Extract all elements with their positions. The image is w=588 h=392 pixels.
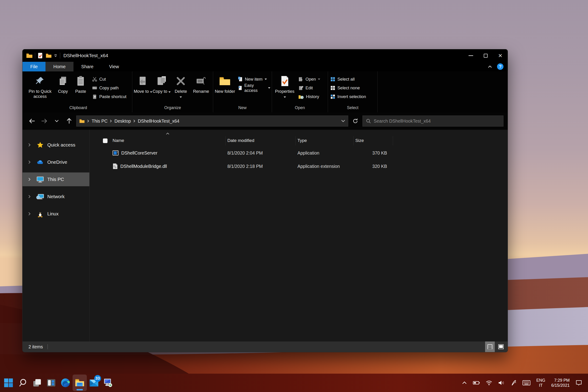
- qat-customize-chevron-icon[interactable]: [54, 54, 58, 57]
- remote-desktop-button[interactable]: [101, 374, 115, 391]
- paste-button[interactable]: Paste: [72, 73, 90, 104]
- edit-button[interactable]: Edit: [298, 84, 326, 92]
- expand-chevron-icon[interactable]: [22, 177, 36, 182]
- wifi-icon[interactable]: [486, 380, 492, 385]
- edge-browser-button[interactable]: [58, 374, 72, 391]
- ribbon-group-select: Select all Select none Invert selection …: [328, 72, 378, 112]
- qat-folder-icon[interactable]: [46, 53, 52, 58]
- recent-locations-chevron-icon[interactable]: [52, 116, 62, 126]
- select-all-checkbox[interactable]: [103, 138, 108, 143]
- tab-view[interactable]: View: [101, 62, 127, 72]
- details-view-button[interactable]: [485, 342, 495, 352]
- ribbon-group-organize: Move to Copy to Delete: [132, 72, 213, 112]
- touch-keyboard-icon[interactable]: [522, 380, 530, 386]
- history-button[interactable]: History: [298, 93, 326, 100]
- breadcrumb-desktop[interactable]: Desktop: [114, 118, 131, 124]
- new-item-button[interactable]: New item: [238, 76, 270, 83]
- column-headers: Name Date modified Type Size: [98, 132, 508, 145]
- select-all-button[interactable]: Select all: [330, 76, 376, 83]
- breadcrumb-current-folder[interactable]: DShellHookTest_x64: [138, 118, 180, 124]
- task-view-button[interactable]: [30, 374, 44, 391]
- star-icon: [36, 142, 44, 148]
- ribbon-group-clipboard: Pin to Quick access Copy Paste: [24, 72, 132, 112]
- sidebar-item-linux[interactable]: Linux: [22, 207, 89, 221]
- mail-button[interactable]: 33: [87, 374, 101, 391]
- file-explorer-icon: [75, 378, 84, 387]
- tab-share[interactable]: Share: [74, 62, 101, 72]
- up-button[interactable]: [64, 116, 74, 126]
- qat-properties-icon[interactable]: [38, 52, 43, 58]
- battery-icon[interactable]: [473, 381, 480, 385]
- maximize-button[interactable]: [478, 49, 493, 62]
- group-label-select: Select: [329, 104, 376, 112]
- volume-icon[interactable]: [498, 380, 504, 385]
- properties-button[interactable]: Properties: [273, 73, 296, 104]
- rename-button[interactable]: Rename: [191, 73, 212, 104]
- select-none-icon: [330, 86, 335, 90]
- tab-file[interactable]: File: [22, 62, 46, 72]
- file-row-dshellmodulebridge[interactable]: DShellModuleBridge.dll 8/1/2020 2:18 PM …: [98, 160, 508, 173]
- invert-selection-button[interactable]: Invert selection: [330, 93, 376, 100]
- group-label-clipboard: Clipboard: [26, 104, 131, 112]
- close-button[interactable]: ×: [493, 49, 508, 62]
- help-icon[interactable]: ?: [497, 64, 504, 70]
- search-box[interactable]: [362, 116, 504, 126]
- breadcrumb-this-pc[interactable]: This PC: [92, 118, 108, 124]
- widgets-button[interactable]: [44, 374, 58, 391]
- easy-access-button[interactable]: Easy access: [238, 84, 270, 92]
- cut-button[interactable]: Cut: [92, 76, 131, 83]
- taskbar-search-button[interactable]: [16, 374, 30, 391]
- address-bar[interactable]: This PC Desktop DShellHookTest_x64: [76, 116, 348, 126]
- paste-shortcut-button[interactable]: Paste shortcut: [92, 93, 131, 100]
- back-button[interactable]: [27, 116, 37, 126]
- sidebar-item-onedrive[interactable]: OneDrive: [22, 155, 89, 169]
- title-bar[interactable]: DShellHookTest_x64 ×: [22, 49, 508, 62]
- tab-home[interactable]: Home: [46, 62, 73, 72]
- minimize-button[interactable]: [464, 49, 478, 62]
- column-header-name[interactable]: Name: [111, 136, 226, 145]
- expand-chevron-icon[interactable]: [22, 143, 36, 147]
- move-to-button[interactable]: Move to: [134, 73, 152, 104]
- delete-icon: [176, 75, 186, 88]
- expand-chevron-icon[interactable]: [22, 212, 36, 216]
- search-input[interactable]: [374, 118, 500, 124]
- expand-chevron-icon[interactable]: [22, 194, 36, 199]
- navigation-pane: Quick access OneDrive This PC Network: [22, 130, 90, 342]
- large-icons-view-button[interactable]: [496, 342, 506, 352]
- file-explorer-button[interactable]: [72, 374, 87, 391]
- open-button[interactable]: Open: [298, 76, 326, 83]
- move-to-icon: [138, 75, 148, 88]
- sort-ascending-icon: [166, 132, 170, 135]
- select-none-button[interactable]: Select none: [330, 84, 376, 92]
- delete-button[interactable]: Delete: [171, 73, 191, 104]
- refresh-button[interactable]: [350, 116, 360, 126]
- address-dropdown-chevron-icon[interactable]: [341, 120, 345, 122]
- column-header-type[interactable]: Type: [296, 136, 354, 145]
- column-header-date-modified[interactable]: Date modified: [226, 136, 296, 145]
- expand-chevron-icon[interactable]: [22, 160, 36, 164]
- pin-icon: [35, 75, 44, 88]
- invert-selection-icon: [330, 94, 335, 99]
- window-title: DShellHookTest_x64: [64, 53, 108, 58]
- forward-button[interactable]: [39, 116, 50, 126]
- sidebar-item-this-pc[interactable]: This PC: [22, 172, 89, 186]
- collapse-ribbon-icon[interactable]: [488, 65, 492, 68]
- sidebar-item-quick-access[interactable]: Quick access: [22, 138, 89, 152]
- desktop: DShellHookTest_x64 × File Home Share Vie…: [0, 0, 588, 392]
- start-button[interactable]: [2, 374, 16, 391]
- copy-button[interactable]: Copy: [54, 73, 72, 104]
- select-all-icon: [330, 77, 335, 82]
- clock[interactable]: 7:29 PM 6/15/2021: [551, 378, 570, 388]
- file-row-dshellcoreserver[interactable]: DShellCoreServer 8/1/2020 2:04 PM Applic…: [98, 146, 508, 160]
- language-indicator[interactable]: ENG IT: [536, 378, 545, 388]
- copy-path-button[interactable]: \\.. Copy path: [92, 84, 131, 92]
- notification-center-icon[interactable]: [576, 380, 582, 386]
- new-folder-button[interactable]: New folder: [214, 73, 236, 104]
- application-icon: [112, 150, 118, 156]
- tray-show-hidden-icons-chevron[interactable]: [462, 381, 467, 384]
- sidebar-item-network[interactable]: Network: [22, 190, 89, 204]
- pin-to-quick-access-button[interactable]: Pin to Quick access: [26, 73, 54, 104]
- column-header-size[interactable]: Size: [354, 136, 393, 145]
- pen-icon[interactable]: [510, 380, 516, 386]
- copy-to-button[interactable]: Copy to: [152, 73, 171, 104]
